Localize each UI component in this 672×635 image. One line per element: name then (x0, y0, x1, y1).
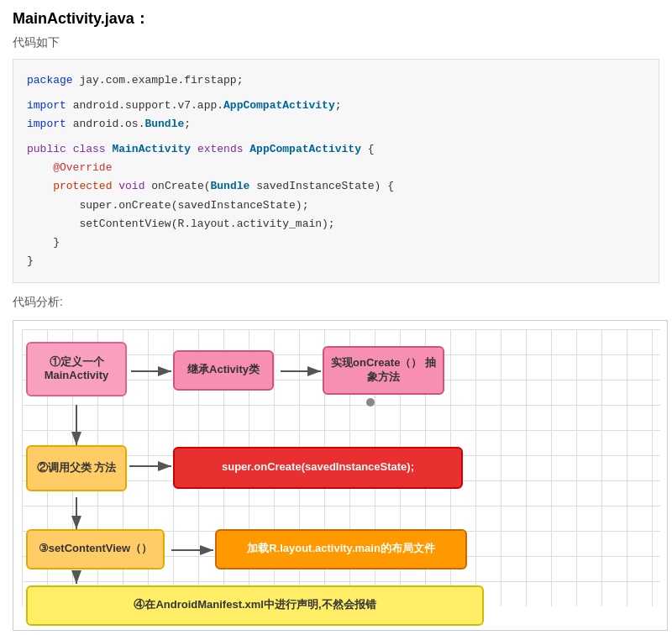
box-load-layout: 加载R.layout.activity.main的布局文件 (215, 529, 467, 569)
diagram-container: ①定义一个 MainActivity 继承Activity类 实现onCreat… (13, 320, 668, 631)
diagram-inner: ①定义一个 MainActivity 继承Activity类 实现onCreat… (22, 329, 660, 606)
box-setcontentview: ③setContentView（） (26, 529, 165, 569)
box-define-mainactivity: ①定义一个 MainActivity (26, 342, 127, 396)
box-manifest-declare: ④在AndroidManifest.xml中进行声明,不然会报错 (26, 585, 484, 626)
box-call-super: ②调用父类 方法 (26, 445, 127, 491)
box-super-oncreate: super.onCreate(savedInstanceState); (173, 447, 463, 489)
code-subtitle: 代码如下 (13, 35, 659, 50)
page-title: MainActivity.java： (13, 8, 659, 29)
box-implement-oncreate: 实现onCreate（） 抽象方法 (323, 346, 444, 395)
code-block: package jay.com.example.firstapp; import… (13, 59, 659, 283)
box-extend-activity: 继承Activity类 (173, 350, 274, 391)
svg-point-9 (366, 398, 375, 407)
analysis-subtitle: 代码分析: (13, 295, 659, 310)
